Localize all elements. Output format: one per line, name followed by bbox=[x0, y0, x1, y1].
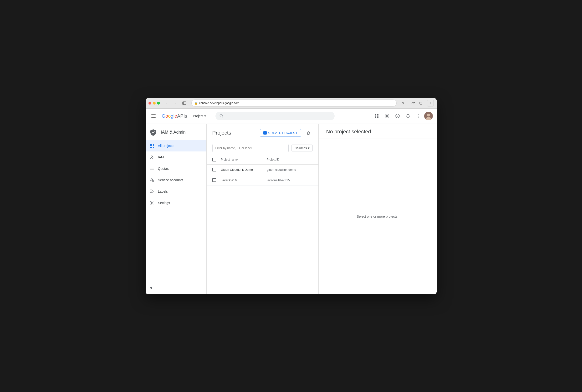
new-tab-button[interactable]: + bbox=[427, 100, 434, 106]
hamburger-line-1 bbox=[151, 114, 156, 114]
help-icon: ? bbox=[395, 114, 400, 118]
brand-apis-text: APIs bbox=[177, 113, 187, 119]
notifications-icon bbox=[406, 114, 410, 118]
notifications-button[interactable] bbox=[403, 111, 413, 121]
sidebar-header: IAM & Admin bbox=[146, 124, 206, 140]
hamburger-menu-button[interactable] bbox=[149, 112, 158, 120]
sidebar-item-all-projects[interactable]: All projects bbox=[146, 140, 206, 152]
apps-button[interactable] bbox=[372, 111, 381, 121]
row-checkbox-1[interactable] bbox=[212, 178, 216, 182]
sidebar-item-labels[interactable]: Labels bbox=[146, 186, 206, 197]
projects-table: Project name Project ID Gluon CloudLink … bbox=[207, 155, 318, 294]
svg-rect-19 bbox=[151, 145, 152, 146]
address-bar[interactable]: 🔒 console.developers.google.com bbox=[191, 100, 397, 107]
create-project-button[interactable]: CREATE PROJECT bbox=[260, 129, 301, 136]
delete-icon bbox=[306, 131, 311, 135]
search-bar bbox=[215, 112, 335, 120]
detail-header: No project selected bbox=[319, 124, 437, 139]
project-id-1: javaone16-e0f15 bbox=[267, 178, 313, 182]
project-id-0: gluon-cloudlink-demo bbox=[267, 168, 313, 172]
svg-rect-4 bbox=[375, 114, 376, 116]
sidebar-item-label-iam: IAM bbox=[158, 155, 164, 159]
columns-chevron-icon: ▾ bbox=[308, 146, 310, 150]
minimize-dot[interactable] bbox=[153, 102, 156, 104]
search-input[interactable] bbox=[225, 114, 331, 118]
svg-rect-0 bbox=[183, 102, 186, 104]
url-text: console.developers.google.com bbox=[199, 102, 240, 105]
sidebar-item-label-settings: Settings bbox=[158, 201, 170, 205]
help-button[interactable]: ? bbox=[393, 111, 402, 121]
back-button[interactable]: ‹ bbox=[164, 100, 170, 106]
sidebar-item-label-all-projects: All projects bbox=[158, 144, 174, 148]
project-selector-button[interactable]: Project ▾ bbox=[191, 113, 208, 119]
project-name-0: Gluon CloudLink Demo bbox=[221, 168, 267, 172]
sidebar-collapse-button[interactable]: ◀| bbox=[149, 284, 153, 291]
svg-point-9 bbox=[386, 115, 388, 117]
brand-google-g2: g bbox=[171, 113, 173, 119]
sidebar-nav: All projects IAM bbox=[146, 140, 206, 281]
avatar-button[interactable] bbox=[424, 112, 433, 120]
filter-input[interactable] bbox=[215, 146, 286, 150]
browser-window: ‹ › 🔒 console.developers.google.com ↻ bbox=[146, 98, 437, 294]
svg-rect-21 bbox=[150, 147, 151, 148]
projects-header: Projects CREATE PROJECT bbox=[207, 124, 318, 141]
svg-rect-20 bbox=[153, 145, 154, 146]
refresh-button[interactable]: ↻ bbox=[399, 100, 406, 106]
brand-google-g: G bbox=[162, 113, 166, 119]
create-project-plus-icon bbox=[263, 131, 267, 134]
quotas-icon bbox=[149, 166, 154, 171]
copy-button[interactable] bbox=[417, 100, 424, 106]
browser-actions bbox=[410, 100, 424, 106]
svg-rect-2 bbox=[420, 102, 422, 104]
projects-panel: Projects CREATE PROJECT bbox=[207, 124, 319, 294]
close-dot[interactable] bbox=[149, 102, 151, 104]
svg-rect-5 bbox=[377, 114, 378, 116]
labels-icon bbox=[149, 189, 154, 194]
project-name-1: JavaOne16 bbox=[221, 178, 267, 182]
sidebar: IAM & Admin bbox=[146, 124, 207, 294]
filter-input-wrapper bbox=[212, 144, 289, 152]
navbar-actions: ? ⋮ bbox=[372, 111, 433, 121]
service-accounts-icon: $ bbox=[149, 178, 154, 182]
browser-titlebar: ‹ › 🔒 console.developers.google.com ↻ bbox=[146, 98, 437, 108]
feedback-button[interactable] bbox=[382, 111, 392, 121]
svg-rect-27 bbox=[150, 170, 154, 170]
svg-rect-22 bbox=[151, 147, 152, 148]
svg-text:?: ? bbox=[397, 114, 398, 118]
lock-icon: 🔒 bbox=[195, 102, 198, 105]
table-row[interactable]: JavaOne16 javaone16-e0f15 bbox=[207, 175, 318, 186]
create-project-label: CREATE PROJECT bbox=[268, 131, 297, 134]
sidebar-toggle-button[interactable] bbox=[181, 100, 188, 106]
sidebar-item-iam[interactable]: IAM bbox=[146, 152, 206, 163]
columns-button[interactable]: Columns ▾ bbox=[291, 144, 312, 152]
iam-icon bbox=[149, 155, 154, 159]
delete-project-button[interactable] bbox=[304, 128, 313, 137]
forward-button[interactable]: › bbox=[172, 100, 179, 106]
select-all-checkbox[interactable] bbox=[212, 158, 216, 162]
svg-point-33 bbox=[151, 202, 152, 204]
svg-rect-18 bbox=[150, 145, 151, 146]
brand-google-o2: o bbox=[168, 113, 171, 119]
maximize-dot[interactable] bbox=[157, 102, 160, 104]
svg-rect-25 bbox=[150, 168, 154, 168]
sidebar-item-service-accounts[interactable]: $ Service accounts bbox=[146, 174, 206, 186]
project-selector-label: Project bbox=[193, 114, 203, 118]
share-button[interactable] bbox=[410, 100, 417, 106]
sidebar-item-quotas[interactable]: Quotas bbox=[146, 163, 206, 174]
row-checkbox-0[interactable] bbox=[212, 168, 216, 172]
svg-rect-6 bbox=[375, 116, 376, 118]
main-layout: IAM & Admin bbox=[146, 124, 437, 294]
apps-icon bbox=[374, 114, 379, 118]
detail-title: No project selected bbox=[326, 128, 429, 135]
sidebar-item-settings[interactable]: Settings bbox=[146, 197, 206, 208]
svg-point-24 bbox=[151, 156, 153, 157]
detail-content: Select one or more projects. bbox=[319, 139, 437, 294]
sidebar-item-label-quotas: Quotas bbox=[158, 167, 169, 170]
svg-rect-16 bbox=[151, 144, 152, 145]
hamburger-line-2 bbox=[151, 116, 156, 116]
more-options-button[interactable]: ⋮ bbox=[414, 111, 423, 121]
project-selector-chevron: ▾ bbox=[204, 114, 206, 118]
avatar-image bbox=[424, 112, 433, 120]
table-row[interactable]: Gluon CloudLink Demo gluon-cloudlink-dem… bbox=[207, 164, 318, 175]
brand-logo[interactable]: G o o g l e APIs bbox=[162, 113, 187, 119]
